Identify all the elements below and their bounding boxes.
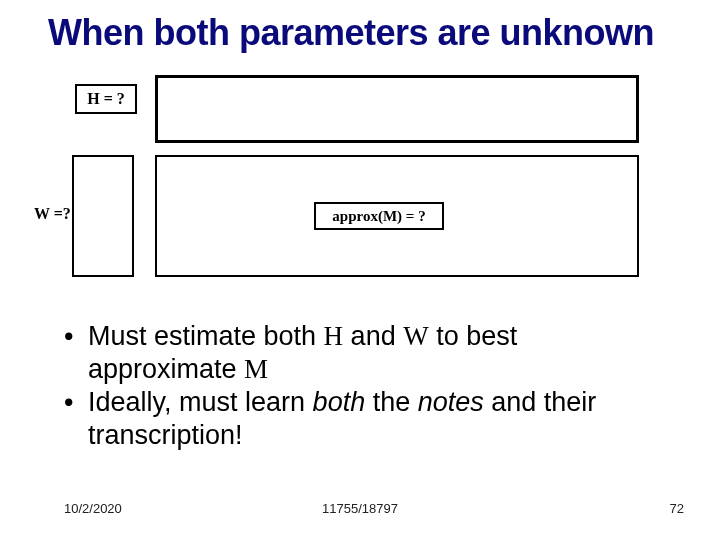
label-h-text: H = ? xyxy=(87,90,125,108)
bullet-2-seg-a: Ideally, must learn xyxy=(88,387,313,417)
bullet-1-M: M xyxy=(244,354,268,384)
bullet-1: • Must estimate both H and W to best app… xyxy=(64,320,664,386)
matrix-h-box xyxy=(155,75,639,143)
bullet-2-notes: notes xyxy=(418,387,484,417)
matrix-w-box xyxy=(72,155,134,277)
bullet-1-W: W xyxy=(403,321,428,351)
label-approx-text: approx(M) = ? xyxy=(332,208,425,225)
footer-page-number: 72 xyxy=(670,501,684,516)
label-w-text: W =? xyxy=(34,205,71,223)
bullet-list: • Must estimate both H and W to best app… xyxy=(64,320,664,452)
bullet-1-seg-b: and xyxy=(343,321,403,351)
slide-title: When both parameters are unknown xyxy=(48,12,654,54)
bullet-1-seg-a: Must estimate both xyxy=(88,321,324,351)
bullet-2-seg-b: the xyxy=(365,387,418,417)
bullet-1-text: Must estimate both H and W to best appro… xyxy=(88,320,664,386)
footer-course: 11755/18797 xyxy=(0,501,720,516)
slide: When both parameters are unknown H = ? W… xyxy=(0,0,720,540)
bullet-2: • Ideally, must learn both the notes and… xyxy=(64,386,664,452)
bullet-2-both: both xyxy=(313,387,366,417)
bullet-2-text: Ideally, must learn both the notes and t… xyxy=(88,386,664,452)
label-h-box: H = ? xyxy=(75,84,137,114)
bullet-dot-icon: • xyxy=(64,386,88,452)
bullet-1-H: H xyxy=(324,321,344,351)
label-approx-box: approx(M) = ? xyxy=(314,202,444,230)
bullet-dot-icon: • xyxy=(64,320,88,386)
